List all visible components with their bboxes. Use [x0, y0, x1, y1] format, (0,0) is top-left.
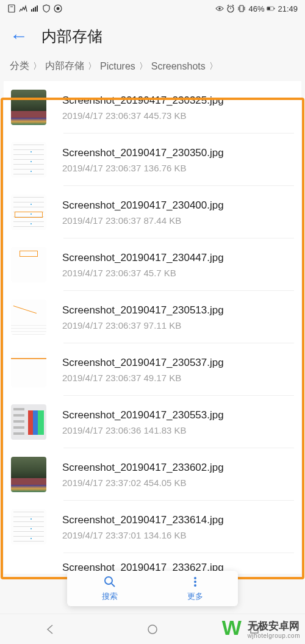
- file-row[interactable]: Screenshot_20190417_230325.jpg 2019/4/17…: [4, 81, 301, 134]
- svg-point-21: [194, 577, 196, 579]
- signal-icon: [19, 4, 27, 13]
- alarm-icon: [226, 4, 235, 13]
- file-meta: 2019/4/17 23:06:37 97.11 KB: [62, 320, 294, 331]
- header: ← 内部存储: [0, 17, 305, 55]
- battery-percent: 46%: [248, 4, 264, 13]
- svg-point-19: [105, 577, 112, 584]
- file-meta: 2019/4/17 23:37:01 134.16 KB: [62, 530, 294, 540]
- breadcrumb: 分类 〉 内部存储 〉 Pictures 〉 Screenshots 〉: [0, 55, 305, 81]
- more-icon: [189, 576, 201, 590]
- file-thumbnail: [11, 352, 46, 387]
- file-name: Screenshot_20190417_230513.jpg: [62, 304, 294, 317]
- more-label: 更多: [187, 591, 203, 602]
- watermark-url: wjhotelgroup.com: [248, 632, 300, 639]
- svg-rect-4: [35, 7, 36, 12]
- file-thumbnail: [11, 90, 46, 125]
- chevron-right-icon: 〉: [88, 61, 96, 72]
- page-title: 内部存储: [41, 26, 102, 46]
- file-meta: 2019/4/17 23:06:37 45.7 KB: [62, 268, 294, 278]
- clock: 21:49: [278, 4, 298, 13]
- file-row[interactable]: Screenshot_20190417_230513.jpg 2019/4/17…: [4, 291, 301, 343]
- file-name: Screenshot_20190417_233602.jpg: [62, 462, 294, 474]
- file-name: Screenshot_20190417_230447.jpg: [62, 252, 294, 264]
- file-row[interactable]: Screenshot_20190417_230400.jpg 2019/4/17…: [4, 186, 301, 238]
- svg-line-20: [112, 584, 115, 587]
- nav-back[interactable]: [44, 623, 57, 636]
- breadcrumb-item[interactable]: 内部存储: [45, 60, 84, 73]
- svg-point-22: [194, 581, 196, 583]
- watermark-logo: [222, 618, 245, 642]
- svg-point-24: [148, 625, 157, 634]
- bottom-menu: 搜索 更多: [67, 571, 238, 606]
- sim-icon: [7, 4, 16, 13]
- eye-icon: [215, 4, 224, 13]
- wifi-icon: [30, 4, 39, 13]
- file-name: Screenshot_20190417_230400.jpg: [62, 199, 294, 212]
- nav-home[interactable]: [146, 623, 159, 636]
- file-thumbnail: [11, 299, 46, 335]
- file-meta: 2019/4/17 23:06:37 87.44 KB: [62, 215, 294, 226]
- chevron-right-icon: 〉: [33, 61, 41, 72]
- svg-point-7: [57, 7, 60, 10]
- file-thumbnail: [11, 404, 46, 440]
- back-button[interactable]: ←: [10, 26, 28, 46]
- file-name: Screenshot_20190417_230325.jpg: [62, 95, 294, 107]
- svg-rect-13: [240, 5, 243, 12]
- file-meta: 2019/4/17 23:06:37 136.76 KB: [62, 163, 294, 173]
- breadcrumb-item[interactable]: 分类: [10, 60, 29, 73]
- file-row[interactable]: Screenshot_20190417_233614.jpg 2019/4/17…: [4, 501, 301, 553]
- search-icon: [104, 576, 116, 590]
- file-meta: 2019/4/17 23:06:37 49.17 KB: [62, 373, 294, 383]
- file-row[interactable]: Screenshot_20190417_230537.jpg 2019/4/17…: [4, 343, 301, 396]
- file-thumbnail: [11, 457, 46, 492]
- svg-line-12: [232, 5, 234, 6]
- file-thumbnail: [11, 142, 46, 177]
- file-name: Screenshot_20190417_230553.jpg: [62, 409, 294, 421]
- file-row[interactable]: Screenshot_20190417_230553.jpg 2019/4/17…: [4, 396, 301, 448]
- svg-rect-5: [37, 5, 38, 12]
- chevron-right-icon: 〉: [209, 61, 218, 72]
- file-meta: 2019/4/17 23:06:37 445.73 KB: [62, 110, 294, 121]
- file-meta: 2019/4/17 23:06:36 141.83 KB: [62, 425, 294, 435]
- file-name: Screenshot_20190417_230537.jpg: [62, 357, 294, 369]
- search-button[interactable]: 搜索: [67, 571, 152, 606]
- file-thumbnail: [11, 247, 46, 282]
- svg-rect-0: [9, 5, 15, 12]
- file-row[interactable]: Screenshot_20190417_233602.jpg 2019/4/17…: [4, 448, 301, 501]
- shield-icon: [42, 4, 51, 13]
- file-list: Screenshot_20190417_230325.jpg 2019/4/17…: [4, 81, 301, 574]
- svg-point-8: [219, 7, 221, 10]
- file-row[interactable]: Screenshot_20190417_230350.jpg 2019/4/17…: [4, 134, 301, 186]
- svg-point-23: [194, 584, 196, 587]
- more-button[interactable]: 更多: [152, 571, 238, 606]
- svg-rect-18: [274, 8, 275, 9]
- chevron-right-icon: 〉: [139, 61, 148, 72]
- watermark-title: 无极安卓网: [248, 621, 300, 632]
- svg-rect-3: [33, 8, 34, 12]
- battery-icon: [267, 4, 275, 13]
- file-thumbnail: [11, 195, 46, 230]
- file-name: Screenshot_20190417_230350.jpg: [62, 147, 294, 159]
- svg-line-11: [228, 5, 229, 6]
- svg-rect-17: [268, 7, 271, 10]
- file-row[interactable]: Screenshot_20190417_230447.jpg 2019/4/17…: [4, 238, 301, 291]
- file-name: Screenshot_20190417_233614.jpg: [62, 514, 294, 526]
- record-icon: [54, 4, 62, 13]
- status-bar: 46% 21:49: [0, 0, 305, 17]
- svg-rect-2: [31, 9, 32, 12]
- file-meta: 2019/4/17 23:37:02 454.05 KB: [62, 478, 294, 488]
- vibrate-icon: [237, 4, 246, 13]
- breadcrumb-item[interactable]: Screenshots: [151, 61, 206, 72]
- watermark: 无极安卓网 wjhotelgroup.com: [222, 618, 300, 642]
- file-thumbnail: [11, 509, 46, 545]
- breadcrumb-item[interactable]: Pictures: [100, 61, 135, 72]
- search-label: 搜索: [102, 591, 118, 602]
